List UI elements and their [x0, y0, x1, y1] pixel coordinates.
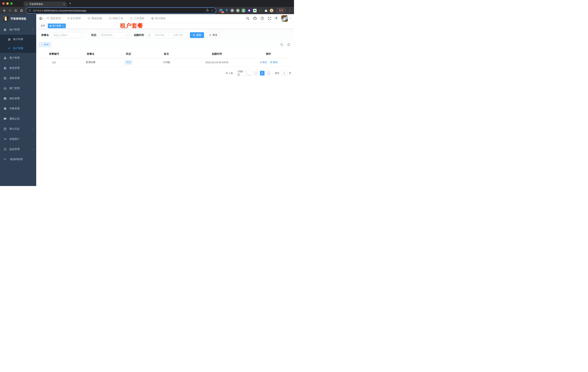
topnav-infra[interactable]: 基础设施 — [88, 17, 102, 20]
tab-close-icon[interactable]: × — [63, 3, 65, 6]
tag-close-icon[interactable]: × — [63, 25, 64, 27]
sidebar-item-label: 短信管理 — [10, 148, 32, 151]
topnav-workflow[interactable]: 工作流程 — [130, 17, 144, 20]
filter-form: 套餐名 状态 请选择状态 创建时间 开始日期 - 结束日期 — [39, 32, 291, 38]
sidebar-logo[interactable]: 芋道管理系统 — [0, 14, 36, 23]
forward-button[interactable] — [8, 8, 12, 13]
window-close-button[interactable] — [2, 2, 5, 5]
extension-command-icon[interactable]: ⌘ — [230, 9, 234, 12]
goto-page-input[interactable] — [281, 71, 287, 76]
extension-tabs-icon[interactable]: 10 — [219, 9, 223, 12]
peoples-icon — [4, 28, 7, 31]
extension-shield-icon[interactable] — [247, 9, 251, 12]
monitor-icon — [88, 17, 90, 20]
extension-record-icon[interactable] — [236, 9, 240, 12]
reset-button[interactable]: 重置 — [206, 32, 220, 38]
tag-home[interactable]: 首页 — [39, 23, 47, 28]
prev-page-button[interactable]: ‹ — [254, 71, 258, 75]
home-button[interactable] — [19, 8, 24, 13]
cell-remark: 小功能 — [145, 58, 188, 66]
tag-tenant-package[interactable]: 租户套餐 × — [48, 23, 66, 28]
sidebar-item-post-management[interactable]: 岗位管理 — [0, 94, 36, 104]
tag-label: 租户套餐 — [52, 24, 61, 27]
date-start-placeholder[interactable]: 开始日期 — [152, 33, 167, 37]
briefcase-icon — [109, 17, 112, 20]
add-button[interactable]: + 新增 — [39, 42, 51, 47]
table-toolbar: + 新增 — [39, 42, 291, 47]
status-badge: 开启 — [125, 60, 133, 65]
extension-chat-icon[interactable] — [253, 9, 257, 12]
topnav-system[interactable]: 系统管理 — [46, 17, 61, 20]
sidebar-item-audit-log[interactable]: 审计日志 ⌄ — [0, 124, 36, 134]
extensions-puzzle-icon[interactable] — [264, 9, 268, 12]
extension-star-icon[interactable]: ☆ — [258, 9, 262, 12]
top-navigation: 系统管理 ¥ 支付管理 基础设施 研发工具 — [46, 17, 166, 20]
sidebar-collapse-icon[interactable] — [39, 16, 43, 21]
sidebar-item-label: 审计日志 — [10, 127, 32, 131]
edit-link[interactable]: 修改 — [260, 61, 267, 64]
font-size-icon[interactable]: тT — [275, 17, 278, 20]
window-minimize-button[interactable] — [6, 2, 9, 5]
sidebar-item-dict-management[interactable]: 字典管理 — [0, 104, 36, 114]
sidebar-item-notice[interactable]: 通知公告 — [0, 114, 36, 124]
show-search-toggle-button[interactable] — [279, 42, 284, 47]
extension-y-icon[interactable]: y — [242, 9, 245, 12]
search-icon[interactable] — [246, 17, 250, 20]
sidebar-item-dept-management[interactable]: 部门管理 — [0, 83, 36, 94]
bookmark-star-icon[interactable]: ☆ — [211, 9, 214, 12]
sidebar-item-role-management[interactable]: 角色管理 — [0, 63, 36, 73]
tab-title: 芋道管理系统 — [29, 3, 62, 6]
sidebar-item-label: 菜单管理 — [10, 77, 33, 80]
sidebar-item-online-users[interactable]: 在线用户 — [0, 134, 36, 144]
sidebar-item-menu-management[interactable]: 菜单管理 — [0, 73, 36, 83]
table-header-row: 套餐编号 套餐名 状态 备注 创建时间 操作 — [39, 50, 291, 58]
share-icon[interactable] — [206, 9, 209, 12]
page-1-button[interactable]: 1 — [260, 71, 264, 75]
window-zoom-button[interactable] — [10, 2, 13, 5]
next-page-button[interactable]: › — [266, 71, 271, 75]
sidebar-item-label: 部门管理 — [10, 87, 33, 90]
delete-link[interactable]: 删除 — [270, 61, 278, 64]
tree-icon — [4, 77, 7, 80]
date-range-picker[interactable]: 开始日期 - 结束日期 — [146, 32, 187, 38]
help-icon[interactable] — [261, 17, 264, 20]
extension-emoji-icon[interactable] — [270, 9, 273, 12]
date-end-placeholder[interactable]: 结束日期 — [170, 33, 185, 37]
col-header-actions: 操作 — [246, 50, 291, 58]
sidebar-item-sms-management[interactable]: 短信管理 ⌄ — [0, 144, 36, 154]
refresh-table-button[interactable] — [286, 42, 291, 47]
avatar-caret-icon[interactable]: ▾ — [290, 17, 291, 19]
user-icon — [4, 56, 7, 59]
github-icon[interactable] — [253, 17, 257, 20]
browser-menu-icon[interactable]: ⋮ — [287, 9, 292, 12]
extension-badge: 10 — [221, 11, 224, 13]
add-button-label: 新增 — [44, 43, 49, 46]
sidebar-item-error-code[interactable]: </> 错误码管理 — [0, 154, 36, 164]
status-select[interactable]: 请选择状态 — [98, 32, 129, 38]
window-controls[interactable] — [0, 2, 15, 5]
sidebar-item-user-management[interactable]: 用户管理 — [0, 53, 36, 63]
browser-update-button[interactable]: 更新 — [276, 8, 286, 13]
topnav-payment[interactable]: ¥ 支付管理 — [68, 17, 81, 20]
browser-tab[interactable]: 芋道管理系统 × — [23, 1, 67, 7]
cell-created: 2022-02-22 00:54:00 — [188, 58, 246, 66]
package-name-input[interactable] — [51, 32, 82, 38]
user-avatar[interactable] — [281, 15, 288, 22]
search-button[interactable]: 搜索 — [190, 32, 204, 38]
sidebar-item-tenant-list[interactable]: 租户列表 — [0, 35, 36, 44]
edit-link-label: 修改 — [262, 61, 267, 64]
sidebar-item-tenant-group[interactable]: 租户管理 ⌃ — [0, 25, 36, 35]
site-info-icon[interactable]: i — [28, 9, 31, 12]
url-text[interactable]: 127.0.0.1:48080/admin-ui/system/tenant/p… — [33, 9, 204, 12]
topnav-devtools[interactable]: 研发工具 — [109, 17, 123, 20]
fullscreen-icon[interactable] — [268, 17, 271, 20]
sidebar-item-tenant-package[interactable]: 租户套餐 — [0, 44, 36, 53]
topnav-reports[interactable]: 统计报表 — [151, 17, 166, 20]
extension-gem-icon[interactable] — [225, 9, 229, 12]
tags-view-bar: 首页 租户套餐 × 租户套餐 — [36, 23, 294, 29]
reload-button[interactable] — [13, 8, 18, 13]
new-tab-button[interactable]: + — [69, 1, 71, 5]
back-button[interactable] — [2, 8, 7, 13]
address-bar[interactable]: i 127.0.0.1:48080/admin-ui/system/tenant… — [26, 8, 216, 13]
page-size-select[interactable]: 10条/页 — [235, 71, 252, 76]
